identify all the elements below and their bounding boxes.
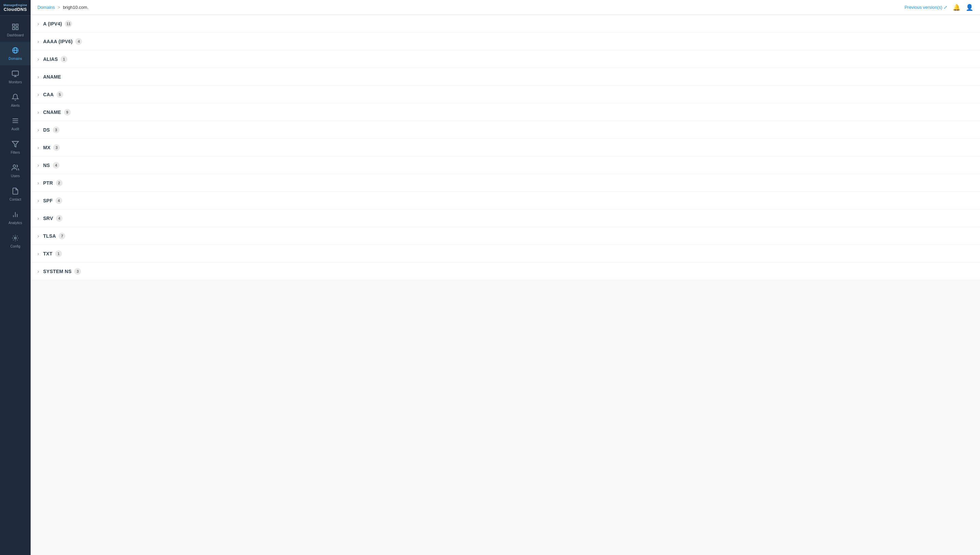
svg-rect-0: [13, 24, 14, 26]
sidebar-item-filters[interactable]: Filters: [0, 136, 31, 159]
audit-icon: [11, 117, 19, 125]
brand-name: ManageEngine: [3, 3, 27, 7]
record-type-label: MX: [43, 145, 51, 150]
record-type-label: CNAME: [43, 109, 61, 115]
chevron-right-icon: ›: [37, 145, 39, 150]
sidebar-item-config[interactable]: Config: [0, 229, 31, 253]
record-count: 9: [64, 109, 71, 115]
users-icon: [11, 164, 19, 172]
record-type-label: A (IPV4): [43, 21, 62, 27]
record-count: 3: [74, 268, 81, 275]
chevron-right-icon: ›: [37, 56, 39, 62]
record-type-label: TXT: [43, 251, 52, 257]
chevron-right-icon: ›: [37, 180, 39, 186]
chevron-right-icon: ›: [37, 162, 39, 168]
chevron-right-icon: ›: [37, 216, 39, 221]
record-row[interactable]: › NS 4: [31, 156, 980, 174]
record-type-label: SPF: [43, 198, 53, 204]
record-count: 4: [56, 215, 63, 222]
sidebar-label-monitors: Monitors: [9, 80, 22, 84]
record-count: 3: [53, 144, 60, 151]
contact-icon: [11, 188, 19, 196]
sidebar-label-domains: Domains: [8, 57, 22, 61]
topbar: Domains > brigh10.com. Previous version(…: [31, 0, 980, 15]
svg-marker-13: [12, 141, 18, 147]
record-count: 4: [75, 38, 82, 45]
sidebar-item-analytics[interactable]: Analytics: [0, 206, 31, 229]
svg-rect-1: [16, 24, 18, 26]
record-type-label: PTR: [43, 180, 53, 186]
record-row[interactable]: › TLSA 7: [31, 227, 980, 245]
chevron-right-icon: ›: [37, 127, 39, 133]
breadcrumb-domains[interactable]: Domains: [37, 5, 55, 10]
record-type-label: CAA: [43, 92, 54, 97]
sidebar-item-alerts[interactable]: Alerts: [0, 89, 31, 112]
sidebar-label-users: Users: [11, 175, 20, 178]
record-row[interactable]: › DS 3: [31, 121, 980, 139]
breadcrumb: Domains > brigh10.com.: [37, 5, 88, 10]
app-logo: ManageEngine CloudDNS: [0, 0, 31, 16]
chevron-right-icon: ›: [37, 269, 39, 274]
svg-rect-7: [12, 71, 18, 75]
chevron-right-icon: ›: [37, 21, 39, 27]
record-row[interactable]: › SYSTEM NS 3: [31, 263, 980, 280]
svg-rect-2: [13, 27, 14, 30]
record-count: 4: [55, 197, 62, 204]
record-count: 5: [56, 91, 63, 98]
topbar-right: Previous version(s) ⤢ 🔔 👤: [904, 4, 973, 11]
svg-point-18: [14, 237, 16, 239]
config-icon: [11, 234, 19, 243]
dashboard-icon: [11, 23, 19, 32]
sidebar-item-domains[interactable]: Domains: [0, 42, 31, 65]
main-area: Domains > brigh10.com. Previous version(…: [31, 0, 980, 555]
record-count: 4: [53, 162, 59, 169]
sidebar-item-dashboard[interactable]: Dashboard: [0, 18, 31, 42]
sidebar-item-users[interactable]: Users: [0, 159, 31, 183]
sidebar-label-audit: Audit: [11, 128, 19, 131]
sidebar-label-contact: Contact: [10, 198, 21, 201]
record-row[interactable]: › CAA 5: [31, 86, 980, 103]
sidebar-item-contact[interactable]: Contact: [0, 183, 31, 206]
sidebar-item-monitors[interactable]: Monitors: [0, 65, 31, 89]
record-count: 1: [61, 56, 67, 63]
record-row[interactable]: › TXT 1: [31, 245, 980, 263]
record-type-label: SRV: [43, 216, 53, 221]
breadcrumb-current: brigh10.com.: [63, 5, 88, 10]
record-list: › A (IPV4) 11 › AAAA (IPV6) 4 › ALIAS 1 …: [31, 15, 980, 280]
record-type-label: ALIAS: [43, 56, 58, 62]
record-count: 3: [53, 127, 59, 133]
record-row[interactable]: › SRV 4: [31, 210, 980, 227]
content-area: › A (IPV4) 11 › AAAA (IPV6) 4 › ALIAS 1 …: [31, 15, 980, 555]
record-count: 1: [55, 250, 62, 257]
topbar-icons: 🔔 👤: [953, 4, 973, 11]
notification-icon[interactable]: 🔔: [953, 4, 960, 11]
svg-rect-3: [16, 27, 18, 30]
record-row[interactable]: › SPF 4: [31, 192, 980, 210]
record-count: 11: [65, 21, 72, 27]
monitors-icon: [11, 70, 19, 79]
record-row[interactable]: › ANAME: [31, 68, 980, 86]
chevron-right-icon: ›: [37, 198, 39, 204]
record-row[interactable]: › PTR 2: [31, 174, 980, 192]
sidebar-label-filters: Filters: [11, 151, 20, 154]
record-type-label: AAAA (IPV6): [43, 39, 73, 44]
record-row[interactable]: › CNAME 9: [31, 103, 980, 121]
record-type-label: NS: [43, 162, 50, 168]
record-row[interactable]: › MX 3: [31, 139, 980, 156]
user-icon[interactable]: 👤: [966, 4, 973, 11]
chevron-right-icon: ›: [37, 233, 39, 239]
record-row[interactable]: › ALIAS 1: [31, 50, 980, 68]
chevron-right-icon: ›: [37, 39, 39, 44]
previous-versions-link[interactable]: Previous version(s) ⤢: [904, 5, 947, 10]
record-count: 7: [58, 233, 65, 239]
svg-point-14: [13, 165, 16, 167]
product-name: CloudDNS: [4, 7, 27, 12]
sidebar-item-audit[interactable]: Audit: [0, 112, 31, 136]
record-row[interactable]: › A (IPV4) 11: [31, 15, 980, 33]
record-count: 2: [56, 180, 63, 186]
record-row[interactable]: › AAAA (IPV6) 4: [31, 33, 980, 50]
sidebar-nav: Dashboard Domains Monitors Alerts Audit …: [0, 16, 31, 253]
chevron-right-icon: ›: [37, 92, 39, 97]
analytics-icon: [11, 211, 19, 219]
breadcrumb-separator: >: [58, 5, 60, 10]
